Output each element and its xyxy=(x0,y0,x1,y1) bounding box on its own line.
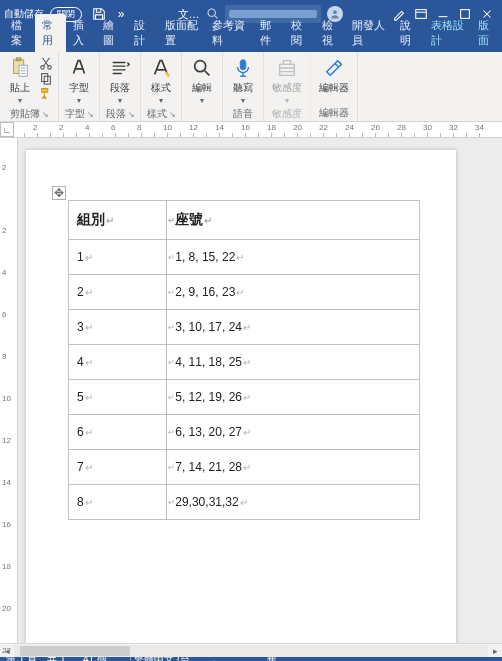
tab-設計[interactable]: 設計 xyxy=(127,14,158,52)
tab-常用[interactable]: 常用 xyxy=(35,14,66,52)
chevron-down-icon: ▾ xyxy=(118,96,122,105)
page: ✥ 組別↵↵ 座號↵ 1↵↵1, 8, 15, 22↵2↵↵2, 9, 16, … xyxy=(26,150,456,643)
paste-icon xyxy=(8,56,32,80)
dictate-button[interactable]: 聽寫 ▾ xyxy=(227,54,259,107)
table-row[interactable]: 4↵↵4, 11, 18, 25↵ xyxy=(69,345,420,380)
svg-rect-13 xyxy=(280,64,295,75)
tab-說明[interactable]: 說明 xyxy=(393,14,424,52)
tab-版面配置[interactable]: 版面配置 xyxy=(158,14,206,52)
tab-開發人員[interactable]: 開發人員 xyxy=(345,14,393,52)
editing-button[interactable]: 編輯 ▾ xyxy=(186,54,218,107)
table-row[interactable]: 1↵↵1, 8, 15, 22↵ xyxy=(69,240,420,275)
scroll-right-icon[interactable]: ▸ xyxy=(488,645,502,657)
work-area: 2246810121416182022 ✥ 組別↵↵ 座號↵ 1↵↵1, 8, … xyxy=(0,138,502,643)
chevron-down-icon: ▾ xyxy=(77,96,81,105)
svg-point-8 xyxy=(48,66,52,70)
svg-point-11 xyxy=(195,61,206,72)
group-clipboard: 貼上 ▾ 剪貼簿↘ xyxy=(0,52,59,121)
table-row[interactable]: 6↵↵6, 13, 20, 27↵ xyxy=(69,415,420,450)
horizontal-ruler[interactable]: ∟ 2246810121416182022242628303234 xyxy=(0,122,502,138)
paragraph-label: 段落 xyxy=(110,81,130,95)
tab-郵件[interactable]: 郵件 xyxy=(253,14,284,52)
paragraph-icon xyxy=(108,56,132,80)
chevron-down-icon: ▾ xyxy=(18,96,22,105)
table-header-group: 組別↵↵ xyxy=(69,201,167,240)
svg-point-7 xyxy=(41,66,45,70)
ribbon: 貼上 ▾ 剪貼簿↘ 字型 ▾ 字型↘ 段落 ▾ xyxy=(0,52,502,122)
group-styles-label: 樣式 xyxy=(147,107,167,121)
group-sensitivity: 敏感度 ▾ 敏感度 xyxy=(264,52,311,121)
sensitivity-button: 敏感度 ▾ xyxy=(268,54,306,107)
font-button[interactable]: 字型 ▾ xyxy=(63,54,95,107)
group-clipboard-label: 剪貼簿 xyxy=(10,107,40,121)
group-paragraph-label: 段落 xyxy=(106,107,126,121)
group-paragraph: 段落 ▾ 段落↘ xyxy=(100,52,141,121)
tab-插入[interactable]: 插入 xyxy=(66,14,97,52)
sensitivity-label: 敏感度 xyxy=(272,81,302,95)
dictate-label: 聽寫 xyxy=(233,81,253,95)
tab-表格設計[interactable]: 表格設計 xyxy=(424,14,472,52)
editing-label: 編輯 xyxy=(192,81,212,95)
search-icon xyxy=(190,56,214,80)
status-bar: 第 1 頁，共 1 頁 41 個字 〔繁體中文 (台灣) 焦點 − + 100% xyxy=(0,657,502,661)
tab-繪圖[interactable]: 繪圖 xyxy=(96,14,127,52)
table-header-seat: 座號↵ xyxy=(167,201,420,240)
table-move-handle[interactable]: ✥ xyxy=(52,186,66,200)
sensitivity-icon xyxy=(275,56,299,80)
ribbon-tabs: 檔案常用插入繪圖設計版面配置參考資料郵件校閱檢視開發人員說明表格設計版面 xyxy=(0,28,502,52)
group-sensitivity-label: 敏感度 xyxy=(272,107,302,121)
group-editor-label: 編輯器 xyxy=(319,106,349,120)
vertical-ruler[interactable]: 2246810121416182022 xyxy=(0,138,18,643)
horizontal-scrollbar[interactable]: ◂ ▸ xyxy=(0,643,502,657)
font-label: 字型 xyxy=(69,81,89,95)
tab-參考資料[interactable]: 參考資料 xyxy=(205,14,253,52)
svg-rect-5 xyxy=(16,58,21,61)
format-painter-icon[interactable] xyxy=(38,86,54,100)
tab-selector[interactable]: ∟ xyxy=(0,122,14,137)
microphone-icon xyxy=(231,56,255,80)
editor-icon xyxy=(322,56,346,80)
chevron-down-icon: ▾ xyxy=(200,96,204,105)
group-styles: 樣式 ▾ 樣式↘ xyxy=(141,52,182,121)
group-font: 字型 ▾ 字型↘ xyxy=(59,52,100,121)
chevron-down-icon: ▾ xyxy=(241,96,245,105)
group-editing: 編輯 ▾ xyxy=(182,52,223,121)
editor-button[interactable]: 編輯器 xyxy=(315,54,353,97)
table-row[interactable]: 7↵↵7, 14, 21, 28↵ xyxy=(69,450,420,485)
font-icon xyxy=(67,56,91,80)
table-row[interactable]: 2↵↵2, 9, 16, 23↵ xyxy=(69,275,420,310)
group-editor: 編輯器 編輯器 xyxy=(311,52,358,121)
styles-icon xyxy=(149,56,173,80)
tab-檔案[interactable]: 檔案 xyxy=(4,14,35,52)
styles-label: 樣式 xyxy=(151,81,171,95)
paste-label: 貼上 xyxy=(10,81,30,95)
scroll-thumb[interactable] xyxy=(20,646,130,656)
paste-button[interactable]: 貼上 ▾ xyxy=(4,54,36,107)
styles-button[interactable]: 樣式 ▾ xyxy=(145,54,177,107)
cut-icon[interactable] xyxy=(38,56,54,70)
editor-label: 編輯器 xyxy=(319,81,349,95)
paragraph-button[interactable]: 段落 ▾ xyxy=(104,54,136,107)
copy-icon[interactable] xyxy=(38,71,54,85)
tab-校閱[interactable]: 校閱 xyxy=(284,14,315,52)
table-row[interactable]: 8↵↵29,30,31,32↵ xyxy=(69,485,420,520)
chevron-down-icon: ▾ xyxy=(159,96,163,105)
group-voice: 聽寫 ▾ 語音 xyxy=(223,52,264,121)
doc-table[interactable]: 組別↵↵ 座號↵ 1↵↵1, 8, 15, 22↵2↵↵2, 9, 16, 23… xyxy=(68,200,420,520)
group-voice-label: 語音 xyxy=(233,107,253,121)
table-row[interactable]: 5↵↵5, 12, 19, 26↵ xyxy=(69,380,420,415)
document-canvas[interactable]: ✥ 組別↵↵ 座號↵ 1↵↵1, 8, 15, 22↵2↵↵2, 9, 16, … xyxy=(18,138,502,643)
group-font-label: 字型 xyxy=(65,107,85,121)
chevron-down-icon: ▾ xyxy=(285,96,289,105)
tab-版面[interactable]: 版面 xyxy=(471,14,502,52)
table-row[interactable]: 3↵↵3, 10, 17, 24↵ xyxy=(69,310,420,345)
tab-檢視[interactable]: 檢視 xyxy=(315,14,346,52)
svg-rect-12 xyxy=(240,60,246,70)
